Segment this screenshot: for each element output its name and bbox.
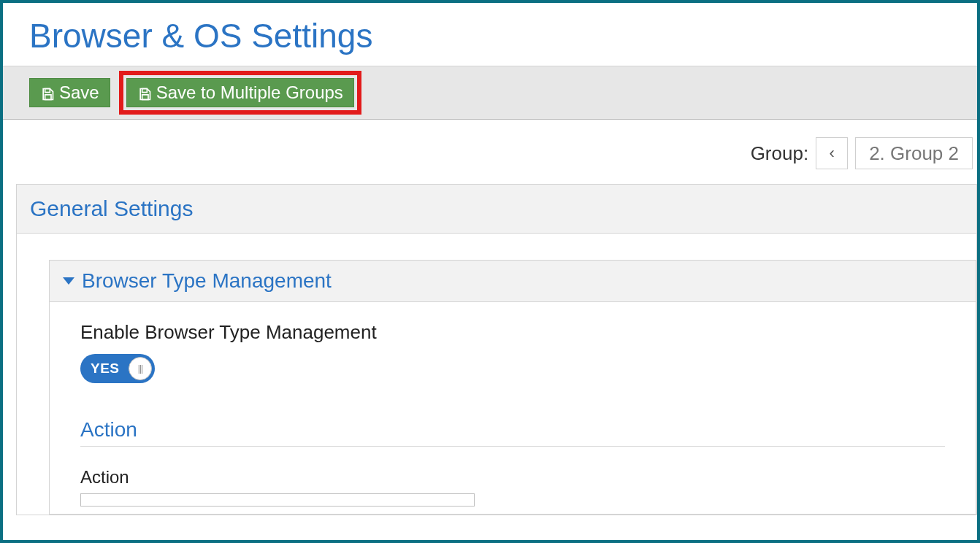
- action-select[interactable]: [80, 493, 475, 507]
- toggle-grip-icon: |||: [129, 357, 152, 380]
- browser-type-mgmt-header[interactable]: Browser Type Management: [50, 261, 976, 302]
- enable-browser-type-mgmt-label: Enable Browser Type Management: [80, 321, 945, 344]
- group-prev-button[interactable]: ‹: [816, 137, 848, 169]
- caret-down-icon: [63, 277, 74, 285]
- browser-type-mgmt-title: Browser Type Management: [82, 269, 332, 293]
- group-label: Group:: [751, 142, 809, 165]
- save-button[interactable]: Save: [29, 78, 110, 107]
- page-title: Browser & OS Settings: [3, 3, 977, 66]
- toggle-state-text: YES: [91, 361, 120, 377]
- group-selector: Group: ‹ 2. Group 2: [3, 120, 977, 184]
- action-toolbar: Save Save to Multiple Groups: [3, 66, 977, 120]
- browser-type-mgmt-panel: Browser Type Management Enable Browser T…: [49, 260, 976, 515]
- save-multi-highlight: Save to Multiple Groups: [119, 71, 361, 115]
- action-field-label: Action: [80, 467, 945, 488]
- svg-rect-2: [142, 89, 147, 93]
- general-settings-panel: General Settings Browser Type Management…: [16, 184, 977, 515]
- group-current-value[interactable]: 2. Group 2: [855, 137, 973, 169]
- save-icon: [40, 85, 55, 100]
- general-settings-header[interactable]: General Settings: [17, 185, 976, 234]
- svg-rect-0: [45, 89, 50, 93]
- save-icon: [137, 85, 152, 100]
- app-frame: Browser & OS Settings Save Save to Multi…: [0, 0, 980, 543]
- action-heading: Action: [80, 418, 945, 447]
- svg-rect-3: [142, 95, 148, 100]
- chevron-left-icon: ‹: [829, 144, 834, 163]
- enable-browser-type-mgmt-toggle[interactable]: YES |||: [80, 354, 155, 383]
- save-button-label: Save: [59, 82, 99, 103]
- save-to-multiple-groups-button[interactable]: Save to Multiple Groups: [126, 78, 354, 107]
- save-multi-button-label: Save to Multiple Groups: [156, 82, 343, 103]
- browser-type-mgmt-body: Enable Browser Type Management YES ||| A…: [50, 302, 976, 514]
- svg-rect-1: [45, 95, 51, 100]
